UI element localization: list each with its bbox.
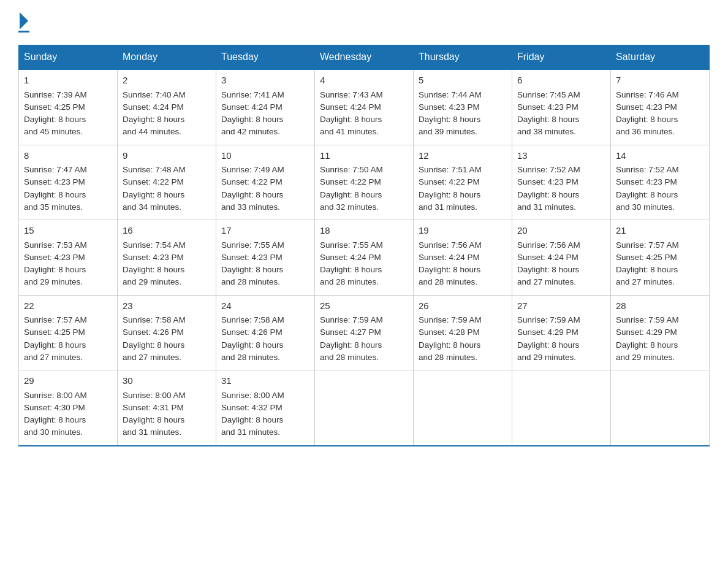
day-number: 28 xyxy=(616,299,704,313)
calendar-header-row: SundayMondayTuesdayWednesdayThursdayFrid… xyxy=(19,45,710,70)
day-number: 8 xyxy=(24,149,112,163)
header-friday: Friday xyxy=(512,45,611,70)
calendar-cell: 3Sunrise: 7:41 AMSunset: 4:24 PMDaylight… xyxy=(216,69,315,145)
logo-underline xyxy=(18,31,29,33)
day-number: 25 xyxy=(320,299,408,313)
day-number: 12 xyxy=(419,149,507,163)
day-number: 4 xyxy=(320,74,408,88)
calendar-cell: 6Sunrise: 7:45 AMSunset: 4:23 PMDaylight… xyxy=(512,69,611,145)
day-number: 11 xyxy=(320,149,408,163)
calendar-cell: 16Sunrise: 7:54 AMSunset: 4:23 PMDayligh… xyxy=(118,220,216,296)
calendar-cell: 22Sunrise: 7:57 AMSunset: 4:25 PMDayligh… xyxy=(19,295,118,370)
day-number: 26 xyxy=(419,299,507,313)
calendar-cell xyxy=(611,370,710,446)
day-number: 27 xyxy=(517,299,605,313)
calendar-cell: 19Sunrise: 7:56 AMSunset: 4:24 PMDayligh… xyxy=(414,220,512,296)
header-thursday: Thursday xyxy=(414,45,512,70)
day-number: 9 xyxy=(123,149,211,163)
calendar-cell: 9Sunrise: 7:48 AMSunset: 4:22 PMDaylight… xyxy=(118,145,216,220)
day-number: 14 xyxy=(616,149,704,163)
calendar-cell: 14Sunrise: 7:52 AMSunset: 4:23 PMDayligh… xyxy=(611,145,710,220)
day-number: 1 xyxy=(24,74,112,88)
calendar-cell: 24Sunrise: 7:58 AMSunset: 4:26 PMDayligh… xyxy=(216,295,315,370)
week-row-1: 1Sunrise: 7:39 AMSunset: 4:25 PMDaylight… xyxy=(19,69,710,145)
week-row-3: 15Sunrise: 7:53 AMSunset: 4:23 PMDayligh… xyxy=(19,220,710,296)
page-header xyxy=(18,12,710,33)
calendar-cell: 31Sunrise: 8:00 AMSunset: 4:32 PMDayligh… xyxy=(216,370,315,446)
calendar-cell: 17Sunrise: 7:55 AMSunset: 4:23 PMDayligh… xyxy=(216,220,315,296)
calendar-cell: 4Sunrise: 7:43 AMSunset: 4:24 PMDaylight… xyxy=(315,69,414,145)
day-number: 31 xyxy=(221,374,309,388)
week-row-5: 29Sunrise: 8:00 AMSunset: 4:30 PMDayligh… xyxy=(19,370,710,446)
calendar-cell: 1Sunrise: 7:39 AMSunset: 4:25 PMDaylight… xyxy=(19,69,118,145)
day-number: 17 xyxy=(221,224,309,238)
day-number: 30 xyxy=(123,374,211,388)
header-monday: Monday xyxy=(118,45,216,70)
calendar-cell: 29Sunrise: 8:00 AMSunset: 4:30 PMDayligh… xyxy=(19,370,118,446)
logo-arrow-icon xyxy=(20,12,28,29)
day-number: 19 xyxy=(419,224,507,238)
calendar-cell: 2Sunrise: 7:40 AMSunset: 4:24 PMDaylight… xyxy=(118,69,216,145)
calendar-cell: 8Sunrise: 7:47 AMSunset: 4:23 PMDaylight… xyxy=(19,145,118,220)
day-number: 15 xyxy=(24,224,112,238)
calendar-cell xyxy=(512,370,611,446)
calendar-cell xyxy=(414,370,512,446)
calendar-cell: 11Sunrise: 7:50 AMSunset: 4:22 PMDayligh… xyxy=(315,145,414,220)
calendar-cell: 27Sunrise: 7:59 AMSunset: 4:29 PMDayligh… xyxy=(512,295,611,370)
calendar-cell: 20Sunrise: 7:56 AMSunset: 4:24 PMDayligh… xyxy=(512,220,611,296)
calendar-cell: 21Sunrise: 7:57 AMSunset: 4:25 PMDayligh… xyxy=(611,220,710,296)
day-number: 22 xyxy=(24,299,112,313)
day-number: 13 xyxy=(517,149,605,163)
day-number: 10 xyxy=(221,149,309,163)
day-number: 18 xyxy=(320,224,408,238)
calendar-cell: 30Sunrise: 8:00 AMSunset: 4:31 PMDayligh… xyxy=(118,370,216,446)
day-number: 29 xyxy=(24,374,112,388)
calendar-cell: 5Sunrise: 7:44 AMSunset: 4:23 PMDaylight… xyxy=(414,69,512,145)
day-number: 16 xyxy=(123,224,211,238)
day-number: 3 xyxy=(221,74,309,88)
day-number: 7 xyxy=(616,74,704,88)
calendar-cell: 10Sunrise: 7:49 AMSunset: 4:22 PMDayligh… xyxy=(216,145,315,220)
calendar-cell: 26Sunrise: 7:59 AMSunset: 4:28 PMDayligh… xyxy=(414,295,512,370)
day-number: 23 xyxy=(123,299,211,313)
calendar-cell: 18Sunrise: 7:55 AMSunset: 4:24 PMDayligh… xyxy=(315,220,414,296)
header-saturday: Saturday xyxy=(611,45,710,70)
calendar-table: SundayMondayTuesdayWednesdayThursdayFrid… xyxy=(18,45,710,446)
header-tuesday: Tuesday xyxy=(216,45,315,70)
header-sunday: Sunday xyxy=(19,45,118,70)
calendar-cell: 23Sunrise: 7:58 AMSunset: 4:26 PMDayligh… xyxy=(118,295,216,370)
calendar-cell: 28Sunrise: 7:59 AMSunset: 4:29 PMDayligh… xyxy=(611,295,710,370)
logo xyxy=(18,12,29,33)
day-number: 21 xyxy=(616,224,704,238)
calendar-cell: 25Sunrise: 7:59 AMSunset: 4:27 PMDayligh… xyxy=(315,295,414,370)
day-number: 2 xyxy=(123,74,211,88)
day-number: 6 xyxy=(517,74,605,88)
calendar-cell: 15Sunrise: 7:53 AMSunset: 4:23 PMDayligh… xyxy=(19,220,118,296)
day-number: 5 xyxy=(419,74,507,88)
day-number: 24 xyxy=(221,299,309,313)
week-row-2: 8Sunrise: 7:47 AMSunset: 4:23 PMDaylight… xyxy=(19,145,710,220)
header-wednesday: Wednesday xyxy=(315,45,414,70)
calendar-cell: 12Sunrise: 7:51 AMSunset: 4:22 PMDayligh… xyxy=(414,145,512,220)
calendar-cell: 13Sunrise: 7:52 AMSunset: 4:23 PMDayligh… xyxy=(512,145,611,220)
day-number: 20 xyxy=(517,224,605,238)
week-row-4: 22Sunrise: 7:57 AMSunset: 4:25 PMDayligh… xyxy=(19,295,710,370)
calendar-cell: 7Sunrise: 7:46 AMSunset: 4:23 PMDaylight… xyxy=(611,69,710,145)
calendar-cell xyxy=(315,370,414,446)
